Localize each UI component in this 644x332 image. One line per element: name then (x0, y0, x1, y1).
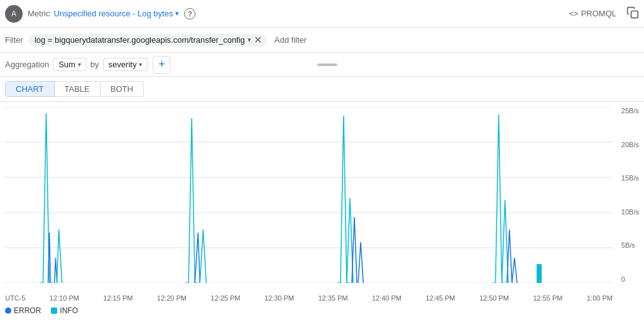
y-label-20: 20B/s (621, 141, 639, 148)
aggregation-row: Aggregation Sum ▾ by severity ▾ + (0, 53, 644, 77)
sum-value: Sum (58, 60, 75, 69)
avatar: A (5, 5, 23, 23)
legend-error: ERROR (5, 306, 41, 315)
legend-info-label: INFO (60, 306, 78, 315)
filter-close-button[interactable]: ✕ (254, 35, 262, 45)
x-label-1235: 12:35 PM (318, 294, 347, 302)
severity-value: severity (109, 60, 137, 69)
sum-select[interactable]: Sum ▾ (53, 58, 87, 71)
legend-info: INFO (51, 306, 78, 315)
tab-chart[interactable]: CHART (5, 81, 55, 97)
chart-area: 25B/s 20B/s 15B/s 10B/s 5B/s 0 (0, 102, 644, 319)
by-label: by (90, 60, 99, 69)
add-groupby-button[interactable]: + (153, 56, 170, 74)
x-label-1220: 12:20 PM (157, 294, 187, 302)
x-label-100: 1:00 PM (587, 294, 613, 302)
filter-label: Filter (5, 35, 23, 45)
collapse-handle[interactable] (317, 64, 337, 66)
y-axis-labels: 25B/s 20B/s 15B/s 10B/s 5B/s 0 (621, 107, 639, 283)
legend-error-dot (5, 307, 11, 314)
y-label-10: 10B/s (621, 208, 639, 216)
x-label-1225: 12:25 PM (210, 294, 240, 302)
tab-both[interactable]: BOTH (101, 81, 144, 97)
promql-button[interactable]: <> PROMQL (569, 9, 616, 18)
x-label-utc: UTC-5 (5, 294, 25, 302)
severity-dropdown-arrow: ▾ (139, 61, 142, 68)
y-label-15: 15B/s (621, 174, 639, 182)
tab-table[interactable]: TABLE (55, 81, 101, 97)
x-label-1240: 12:40 PM (372, 294, 401, 302)
tabs-row: CHART TABLE BOTH (0, 77, 644, 102)
severity-select[interactable]: severity ▾ (103, 58, 148, 71)
chart-svg (5, 107, 613, 283)
filter-value: log = bigquerydatatransfer.googleapis.co… (35, 35, 245, 45)
copy-icon[interactable] (626, 6, 639, 21)
x-label-1230: 12:30 PM (265, 294, 294, 302)
help-icon[interactable]: ? (184, 8, 195, 19)
add-filter-button[interactable]: Add filter (270, 34, 312, 46)
x-label-1245: 12:45 PM (425, 294, 455, 302)
y-label-5: 5B/s (621, 241, 639, 249)
chart-container: 25B/s 20B/s 15B/s 10B/s 5B/s 0 (0, 107, 644, 302)
sum-dropdown-arrow: ▾ (78, 61, 81, 68)
svg-rect-7 (537, 264, 542, 283)
svg-rect-0 (631, 11, 638, 18)
filter-dropdown-arrow[interactable]: ▾ (248, 36, 251, 44)
chart-svg-area (5, 107, 613, 283)
aggregation-label: Aggregation (5, 60, 49, 69)
promql-label: PROMQL (581, 9, 616, 18)
x-label-1255: 12:55 PM (533, 294, 562, 302)
filter-row: Filter log = bigquerydatatransfer.google… (0, 28, 644, 53)
metric-value[interactable]: Unspecified resource - Log bytes (53, 9, 173, 18)
legend-info-dot (51, 307, 57, 314)
x-label-1210: 12:10 PM (50, 294, 79, 302)
y-label-0: 0 (621, 275, 639, 283)
header-row: A Metric Unspecified resource - Log byte… (0, 0, 644, 28)
filter-chip[interactable]: log = bigquerydatatransfer.googleapis.co… (28, 34, 267, 47)
x-label-1215: 12:15 PM (103, 294, 133, 302)
legend-error-label: ERROR (14, 306, 41, 315)
promql-icon: <> (569, 9, 578, 18)
x-label-1250: 12:50 PM (479, 294, 509, 302)
y-label-25: 25B/s (621, 107, 639, 114)
x-axis-labels: UTC-5 12:10 PM 12:15 PM 12:20 PM 12:25 P… (5, 283, 613, 302)
metric-dropdown-arrow[interactable]: ▾ (175, 9, 179, 18)
legend-row: ERROR INFO (0, 302, 644, 319)
metric-label: Metric (28, 9, 50, 18)
